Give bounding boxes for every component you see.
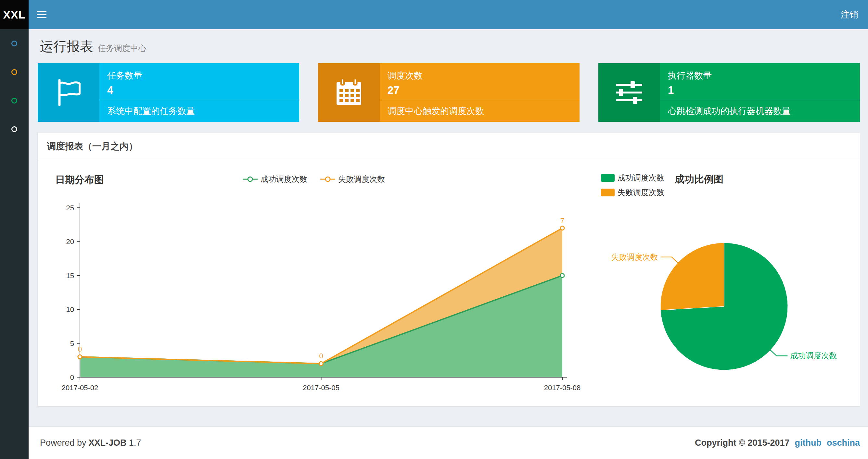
- stat-box-icon-area: [38, 63, 99, 122]
- report-card: 调度报表（一月之内） 日期分布图 成功调度次数: [38, 133, 860, 406]
- top-navbar: XXL 注销: [0, 0, 868, 29]
- svg-text:0: 0: [78, 345, 82, 353]
- svg-text:0: 0: [319, 352, 323, 360]
- circle-icon: [11, 69, 17, 75]
- svg-text:2017-05-08: 2017-05-08: [544, 384, 581, 392]
- svg-text:7: 7: [560, 217, 564, 225]
- footer: Powered by XXL-JOB 1.7 Copyright © 2015-…: [29, 427, 868, 459]
- line-marker-icon: [243, 176, 258, 183]
- page-subtitle: 任务调度中心: [98, 43, 147, 54]
- legend-label: 失败调度次数: [338, 174, 385, 185]
- svg-text:2017-05-02: 2017-05-02: [62, 384, 98, 392]
- oschina-link[interactable]: oschina: [827, 438, 860, 448]
- legend-item-success[interactable]: 成功调度次数: [243, 174, 307, 185]
- sidebar-menu-item-4[interactable]: [0, 115, 29, 143]
- sliders-icon: [614, 77, 645, 108]
- stat-value: 4: [107, 84, 291, 96]
- svg-text:15: 15: [66, 272, 74, 280]
- circle-icon: [11, 98, 17, 103]
- product-name: XXL-JOB: [89, 438, 127, 448]
- flag-icon: [52, 76, 85, 109]
- stat-title: 执行器数量: [668, 70, 852, 81]
- sidebar: [0, 29, 29, 459]
- circle-icon: [11, 126, 17, 132]
- date-distribution-section: 日期分布图 成功调度次数: [44, 165, 583, 400]
- hamburger-icon: [37, 9, 46, 20]
- success-ratio-chart[interactable]: 成功调度次数失败调度次数: [583, 214, 868, 402]
- stat-title: 调度次数: [388, 70, 572, 81]
- stat-desc: 调度中心触发的调度次数: [380, 100, 580, 122]
- powered-by-text: Powered by: [40, 438, 86, 448]
- calendar-icon: [333, 77, 365, 108]
- app-logo[interactable]: XXL: [0, 0, 29, 29]
- stat-desc: 心跳检测成功的执行器机器数量: [660, 100, 860, 122]
- stat-box-icon-area: [598, 63, 660, 122]
- success-ratio-section: 成功调度次数 失败调度次数 成功比例图 成功调度次数失败调度次数: [583, 165, 854, 400]
- stat-desc: 系统中配置的任务数量: [99, 100, 299, 122]
- report-card-title: 调度报表（一月之内）: [38, 133, 860, 160]
- sidebar-menu-item-3[interactable]: [0, 86, 29, 115]
- stat-value: 27: [388, 84, 572, 96]
- stat-value: 1: [668, 84, 852, 96]
- sidebar-menu-item-1[interactable]: [0, 29, 29, 58]
- svg-text:失败调度次数: 失败调度次数: [611, 253, 658, 261]
- stat-box-jobs: 任务数量 4 系统中配置的任务数量: [38, 63, 299, 122]
- legend-swatch: [601, 174, 615, 182]
- stat-box-executors: 执行器数量 1 心跳检测成功的执行器机器数量: [598, 63, 860, 122]
- stat-box-icon-area: [318, 63, 380, 122]
- stat-box-triggers: 调度次数 27 调度中心触发的调度次数: [318, 63, 580, 122]
- svg-text:2017-05-05: 2017-05-05: [303, 384, 339, 392]
- line-chart-legend: 成功调度次数 失败调度次数: [44, 174, 583, 185]
- stat-boxes-row: 任务数量 4 系统中配置的任务数量: [38, 63, 860, 122]
- svg-text:20: 20: [66, 238, 74, 246]
- sidebar-menu-item-2[interactable]: [0, 58, 29, 86]
- content-area: 运行报表 任务调度中心 任务数量 4: [29, 29, 868, 427]
- svg-text:成功调度次数: 成功调度次数: [790, 351, 837, 360]
- page-title: 运行报表: [40, 38, 93, 56]
- product-version: 1.7: [129, 438, 141, 448]
- circle-icon: [11, 40, 17, 46]
- date-distribution-chart[interactable]: 05101520252017-05-022017-05-052017-05-08…: [44, 192, 583, 400]
- svg-text:5: 5: [70, 339, 74, 348]
- svg-text:10: 10: [66, 305, 74, 314]
- legend-label: 成功调度次数: [618, 173, 664, 183]
- svg-text:0: 0: [70, 373, 74, 382]
- line-marker-icon: [320, 176, 335, 183]
- github-link[interactable]: github: [795, 438, 822, 448]
- legend-item-fail[interactable]: 失败调度次数: [320, 174, 385, 185]
- legend-label: 失败调度次数: [618, 187, 664, 198]
- page-header: 运行报表 任务调度中心: [38, 29, 860, 56]
- copyright-text: Copyright © 2015-2017: [695, 438, 790, 448]
- svg-text:25: 25: [66, 204, 74, 212]
- legend-item-fail[interactable]: 失败调度次数: [601, 187, 664, 198]
- logout-link[interactable]: 注销: [841, 9, 858, 21]
- sidebar-toggle-button[interactable]: [29, 0, 55, 29]
- legend-swatch: [601, 189, 615, 196]
- legend-label: 成功调度次数: [260, 174, 307, 185]
- pie-chart-title: 成功比例图: [675, 173, 723, 186]
- legend-item-success[interactable]: 成功调度次数: [601, 173, 664, 183]
- stat-title: 任务数量: [107, 70, 291, 81]
- pie-chart-legend: 成功调度次数 失败调度次数: [601, 173, 664, 198]
